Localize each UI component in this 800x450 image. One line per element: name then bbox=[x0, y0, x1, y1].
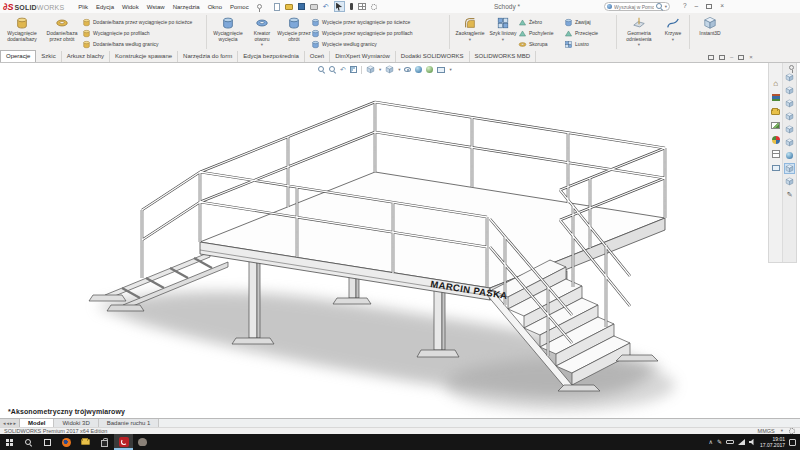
section-view-icon[interactable] bbox=[350, 66, 357, 73]
reference-dropdown-icon[interactable]: ▾ bbox=[638, 43, 640, 47]
tab-arkusz-blachy[interactable]: Arkusz blachy bbox=[62, 51, 110, 62]
search-icon[interactable] bbox=[656, 3, 663, 10]
shell-button[interactable]: Skorupa bbox=[518, 39, 564, 49]
tab-dodatki[interactable]: Dodatki SOLIDWORKS bbox=[396, 51, 470, 62]
file-explorer-tab[interactable] bbox=[770, 106, 781, 117]
help-search-box[interactable]: ▾ bbox=[604, 2, 670, 11]
hidden-icons-chevron[interactable]: ∧ bbox=[709, 439, 713, 446]
doc-tile-icon[interactable] bbox=[719, 55, 725, 60]
revolved-cut-button[interactable]: Wycięcie przez obrót bbox=[277, 14, 311, 42]
tab-operacje[interactable]: Operacje bbox=[0, 50, 36, 62]
swept-cut-button[interactable]: Wycięcie przez wyciągnięcie po ścieżce bbox=[311, 17, 447, 27]
units-dropdown-icon[interactable]: ▾ bbox=[781, 429, 783, 433]
file-properties-icon[interactable] bbox=[358, 3, 366, 10]
view-right-button[interactable] bbox=[784, 111, 795, 122]
hide-show-items-icon[interactable] bbox=[404, 67, 411, 72]
lofted-cut-button[interactable]: Wycięcie przez wyciągnięcie po profilach bbox=[311, 28, 447, 38]
search-dropdown-icon[interactable]: ▾ bbox=[665, 5, 667, 9]
save-icon[interactable] bbox=[298, 3, 305, 10]
menu-widok[interactable]: Widok bbox=[118, 4, 143, 10]
view-normal-to-button[interactable] bbox=[784, 150, 795, 161]
tab-narzedzia-do-form[interactable]: Narzędzia do form bbox=[178, 51, 238, 62]
view-trimetric-button[interactable] bbox=[784, 176, 795, 187]
boundary-cut-button[interactable]: Wycięcie według granicy bbox=[311, 39, 447, 49]
tab-ocen[interactable]: Oceń bbox=[305, 51, 330, 62]
design-library-tab[interactable] bbox=[770, 92, 781, 103]
view-left-button[interactable] bbox=[784, 98, 795, 109]
gimp-button[interactable] bbox=[133, 434, 152, 450]
search-input[interactable] bbox=[614, 4, 654, 10]
tab-motion-study[interactable]: Badanie ruchu 1 bbox=[99, 419, 160, 427]
boundary-boss-button[interactable]: Dodanie/baza według granicy bbox=[82, 39, 204, 49]
scroll-left-icon[interactable]: ◂ bbox=[3, 420, 6, 426]
view-top-button[interactable] bbox=[784, 124, 795, 135]
fillet-dropdown-icon[interactable]: ▾ bbox=[469, 38, 471, 42]
action-center-icon[interactable] bbox=[789, 439, 796, 446]
display-style-dropdown-icon[interactable]: ▾ bbox=[398, 68, 400, 72]
doc-cascade-icon[interactable] bbox=[708, 55, 714, 60]
revolved-boss-button[interactable]: Dodanie/baza przez obrót bbox=[42, 14, 82, 42]
menu-pomoc[interactable]: Pomoc bbox=[226, 4, 253, 10]
view-back-button[interactable] bbox=[784, 85, 795, 96]
help-button[interactable]: ? bbox=[683, 2, 687, 10]
reference-geometry-button[interactable]: Geometria odniesienia ▾ bbox=[619, 14, 659, 47]
view-settings-icon[interactable] bbox=[437, 67, 445, 73]
hole-wizard-button[interactable]: Kreator otworu ▾ bbox=[247, 14, 277, 47]
sketch-pen-icon[interactable] bbox=[350, 3, 353, 10]
store-button[interactable] bbox=[95, 434, 114, 450]
tab-dimxpert[interactable]: DimXpert Wymiarów bbox=[330, 51, 396, 62]
mirror-button[interactable]: Lustro bbox=[564, 39, 614, 49]
firefox-button[interactable] bbox=[57, 434, 76, 450]
file-explorer-button[interactable] bbox=[76, 434, 95, 450]
solidworks-resources-tab[interactable]: ⌂ bbox=[770, 78, 781, 89]
options-gear-icon[interactable] bbox=[371, 4, 377, 10]
forum-tab[interactable] bbox=[770, 162, 781, 173]
select-tool-button[interactable] bbox=[334, 1, 345, 12]
boss-extrude-button[interactable]: Wyciągnięcie dodania/bazy bbox=[2, 14, 42, 42]
tab-scroll-buttons[interactable]: ◂ ◂ ▸ ▸ bbox=[0, 419, 20, 427]
apply-scene-icon[interactable] bbox=[426, 66, 433, 73]
doc-minimize-button[interactable]: – bbox=[730, 54, 733, 61]
view-isometric-button[interactable] bbox=[784, 163, 795, 174]
network-icon[interactable] bbox=[738, 439, 745, 445]
rib-button[interactable]: Żebro bbox=[518, 17, 564, 27]
view-settings-dropdown-icon[interactable]: ▾ bbox=[449, 68, 451, 72]
undo-icon[interactable]: ↶ bbox=[323, 3, 329, 10]
task-view-button[interactable] bbox=[38, 434, 57, 450]
scroll-right-icon[interactable]: ▸ bbox=[10, 420, 13, 426]
menu-narzedzia[interactable]: Narzędzia bbox=[169, 4, 204, 10]
appearances-tab[interactable] bbox=[770, 134, 781, 145]
custom-properties-tab[interactable] bbox=[770, 148, 781, 159]
pane-pin-icon[interactable] bbox=[789, 65, 794, 70]
curves-dropdown-icon[interactable]: ▾ bbox=[672, 38, 674, 42]
view-orientation-icon[interactable] bbox=[366, 65, 375, 74]
tab-szkic[interactable]: Szkic bbox=[36, 51, 61, 62]
linear-pattern-button[interactable]: Szyk liniowy ▾ bbox=[488, 14, 518, 42]
minimize-button[interactable]: – bbox=[695, 2, 699, 10]
3d-model-canvas[interactable]: MARCIN PASKA bbox=[0, 63, 800, 418]
solidworks-taskbar-button[interactable] bbox=[114, 434, 133, 450]
display-style-icon[interactable] bbox=[385, 65, 394, 74]
menu-okno[interactable]: Okno bbox=[204, 4, 226, 10]
extruded-cut-button[interactable]: Wyciągnięcie wycięcia bbox=[209, 14, 247, 42]
view-bottom-button[interactable] bbox=[784, 137, 795, 148]
close-button[interactable]: × bbox=[720, 2, 724, 10]
curves-button[interactable]: Krzywe ▾ bbox=[659, 14, 687, 42]
tab-edycja-bezposrednia[interactable]: Edycja bezpośrednia bbox=[238, 51, 305, 62]
start-button[interactable] bbox=[0, 434, 19, 450]
tab-3d-views[interactable]: Widoki 3D bbox=[54, 419, 98, 427]
taskbar-search-button[interactable] bbox=[19, 434, 38, 450]
scroll-left-icon[interactable]: ◂ bbox=[7, 420, 10, 426]
tab-konstrukcje-spawane[interactable]: Konstrukcje spawane bbox=[110, 51, 178, 62]
swept-boss-button[interactable]: Dodanie/baza przez wyciągnięcie po ścież… bbox=[82, 17, 204, 27]
lofted-boss-button[interactable]: Wyciągnięcie po profilach bbox=[82, 28, 204, 38]
zoom-to-area-icon[interactable] bbox=[329, 66, 336, 73]
restore-button[interactable] bbox=[706, 4, 712, 9]
edit-appearance-icon[interactable] bbox=[415, 66, 422, 73]
previous-view-icon[interactable]: ↶ bbox=[340, 66, 346, 74]
pattern-dropdown-icon[interactable]: ▾ bbox=[502, 38, 504, 42]
tab-model[interactable]: Model bbox=[20, 419, 54, 427]
doc-close-button[interactable]: × bbox=[749, 54, 753, 61]
open-file-icon[interactable] bbox=[285, 4, 293, 10]
intersect-button[interactable]: Przecięcie bbox=[564, 28, 614, 38]
